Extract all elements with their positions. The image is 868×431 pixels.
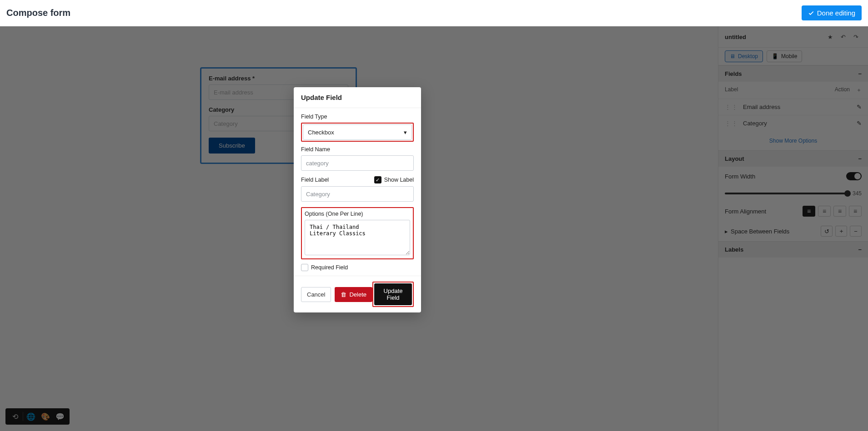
field-label-placeholder: Category: [306, 191, 330, 198]
page-title: Compose form: [6, 8, 70, 18]
show-label-checkbox[interactable]: Show Label: [374, 176, 414, 183]
options-textarea[interactable]: [305, 220, 410, 255]
field-type-value: Checkbox: [308, 129, 334, 136]
check-icon: [808, 10, 814, 16]
field-label-label: Field Label: [301, 177, 329, 183]
checkbox-checked-icon: [374, 176, 381, 183]
checkbox-unchecked-icon: [301, 264, 308, 271]
update-field-modal: Update Field Field Type Checkbox ▾ Field…: [294, 87, 421, 312]
delete-button[interactable]: 🗑 Delete: [335, 287, 372, 302]
modal-backdrop[interactable]: [0, 26, 868, 431]
highlight-options: Options (One Per Line): [301, 207, 414, 259]
highlight-field-type: Checkbox ▾: [301, 123, 414, 142]
done-editing-button[interactable]: Done editing: [802, 5, 862, 20]
options-label: Options (One Per Line): [305, 211, 410, 217]
field-label-input[interactable]: Category: [301, 186, 414, 202]
done-editing-label: Done editing: [817, 9, 855, 17]
cancel-button[interactable]: Cancel: [301, 287, 331, 302]
caret-down-icon: ▾: [404, 129, 407, 136]
modal-title: Update Field: [294, 87, 421, 108]
required-label: Required Field: [311, 264, 348, 271]
delete-label: Delete: [349, 291, 366, 298]
required-checkbox[interactable]: Required Field: [301, 264, 414, 271]
field-name-label: Field Name: [301, 146, 414, 153]
field-type-label: Field Type: [301, 114, 414, 120]
field-name-input[interactable]: category: [301, 155, 414, 171]
show-label-text: Show Label: [384, 177, 414, 183]
update-field-button[interactable]: Update Field: [374, 283, 412, 305]
highlight-update: Update Field: [372, 282, 414, 307]
field-type-select[interactable]: Checkbox ▾: [303, 124, 412, 140]
field-name-value: category: [306, 160, 329, 167]
trash-icon: 🗑: [341, 291, 346, 298]
